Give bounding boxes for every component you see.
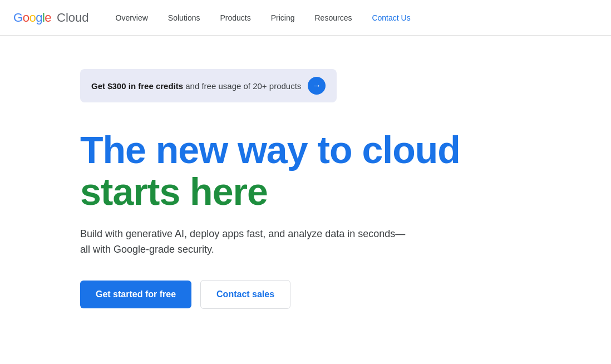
logo-g2: g	[36, 11, 42, 25]
site-header: Google Cloud Overview Solutions Products…	[0, 0, 611, 36]
logo-g: G	[13, 11, 23, 25]
nav-item-products[interactable]: Products	[211, 0, 259, 36]
promo-regular: and free usage of 20+ products	[183, 81, 301, 91]
hero-line2: starts here	[80, 171, 531, 213]
main-content: Get $300 in free credits and free usage …	[0, 36, 611, 331]
nav-item-resources[interactable]: Resources	[306, 0, 361, 36]
google-wordmark: Google	[13, 11, 51, 25]
hero-line1: The new way to cloud	[80, 129, 531, 171]
nav-item-solutions[interactable]: Solutions	[159, 0, 209, 36]
hero-description: Build with generative AI, deploy apps fa…	[80, 226, 414, 258]
promo-banner[interactable]: Get $300 in free credits and free usage …	[80, 69, 337, 102]
logo-o2: o	[29, 11, 36, 25]
google-cloud-logo[interactable]: Google Cloud	[13, 11, 89, 25]
nav-item-contact-us[interactable]: Contact Us	[363, 0, 419, 36]
logo-o1: o	[23, 11, 29, 25]
promo-bold: Get $300 in free credits	[91, 81, 183, 91]
contact-sales-button[interactable]: Contact sales	[200, 280, 290, 309]
logo-e: e	[45, 11, 51, 25]
nav-item-overview[interactable]: Overview	[107, 0, 157, 36]
promo-text: Get $300 in free credits and free usage …	[91, 81, 301, 91]
get-started-button[interactable]: Get started for free	[80, 281, 191, 308]
cta-area: Get started for free Contact sales	[80, 280, 531, 309]
main-nav: Overview Solutions Products Pricing Reso…	[107, 0, 598, 36]
nav-item-pricing[interactable]: Pricing	[262, 0, 304, 36]
hero-heading: The new way to cloud starts here	[80, 129, 531, 213]
cloud-label: Cloud	[57, 11, 88, 25]
promo-arrow-icon: →	[308, 77, 326, 95]
